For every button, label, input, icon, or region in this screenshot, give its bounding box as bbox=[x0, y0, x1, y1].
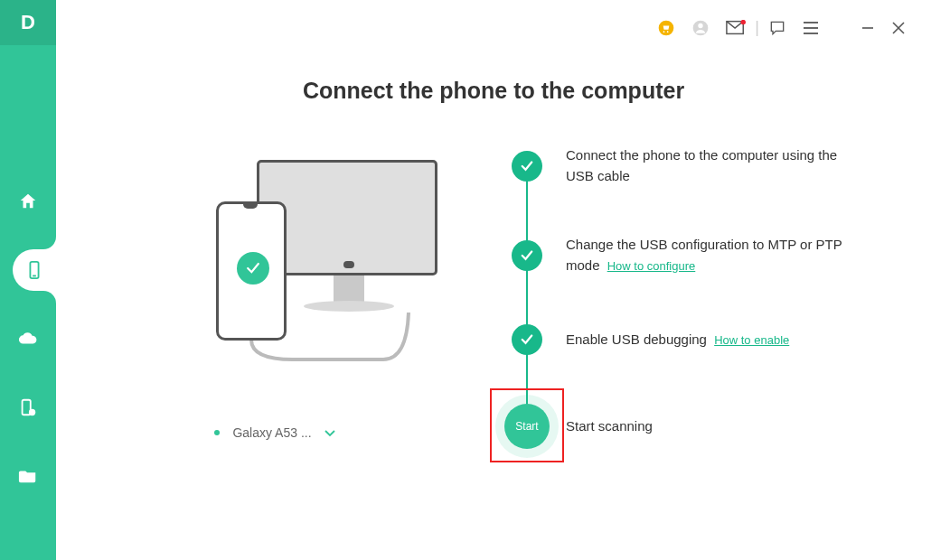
feedback-button[interactable] bbox=[768, 19, 786, 37]
sidebar-item-home[interactable] bbox=[0, 181, 56, 222]
step-text: Enable USB debugging How to enable bbox=[566, 330, 789, 350]
svg-point-6 bbox=[699, 23, 703, 27]
step-2: Change the USB configuration to MTP or P… bbox=[512, 235, 931, 275]
cart-button[interactable] bbox=[657, 19, 675, 37]
sidebar: D bbox=[0, 0, 56, 560]
check-icon bbox=[512, 151, 542, 182]
step-connector-line bbox=[526, 171, 528, 424]
minimize-button[interactable] bbox=[860, 21, 875, 35]
chat-icon bbox=[768, 19, 786, 37]
check-icon bbox=[512, 240, 542, 271]
home-icon bbox=[18, 191, 38, 211]
device-transfer-icon bbox=[18, 397, 38, 417]
user-button[interactable] bbox=[691, 19, 710, 37]
start-scanning-label: Start scanning bbox=[566, 416, 653, 437]
phone-connected-check-icon bbox=[237, 252, 269, 285]
mail-button[interactable] bbox=[726, 20, 746, 36]
enable-link[interactable]: How to enable bbox=[714, 333, 789, 347]
status-dot-icon bbox=[214, 430, 220, 435]
check-icon bbox=[512, 324, 542, 355]
user-icon bbox=[691, 19, 710, 37]
connection-illustration: Galaxy A53 ... bbox=[56, 145, 494, 449]
configure-link[interactable]: How to configure bbox=[607, 259, 696, 273]
hamburger-icon bbox=[803, 21, 819, 35]
start-button[interactable]: Start bbox=[504, 404, 550, 449]
step-text: Connect the phone to the computer using … bbox=[566, 145, 855, 186]
step-3: Enable USB debugging How to enable bbox=[512, 324, 931, 355]
close-button[interactable] bbox=[891, 21, 906, 35]
titlebar-divider: | bbox=[755, 18, 759, 37]
app-logo: D bbox=[0, 0, 56, 45]
step-text: Change the USB configuration to MTP or P… bbox=[566, 235, 855, 275]
menu-button[interactable] bbox=[803, 21, 819, 35]
minimize-icon bbox=[860, 21, 875, 35]
logo-letter: D bbox=[21, 11, 35, 34]
step-1: Connect the phone to the computer using … bbox=[512, 145, 931, 186]
cart-icon bbox=[657, 19, 675, 37]
sidebar-item-device-backup[interactable] bbox=[0, 387, 56, 428]
folder-icon bbox=[18, 466, 38, 486]
titlebar: | bbox=[657, 18, 906, 37]
svg-point-3 bbox=[29, 409, 35, 415]
device-selector[interactable]: Galaxy A53 ... bbox=[205, 424, 343, 442]
svg-point-8 bbox=[741, 20, 747, 24]
sidebar-item-phone[interactable] bbox=[13, 249, 56, 291]
main-content: | Connect the phone to the computer bbox=[56, 0, 931, 560]
chevron-down-icon bbox=[324, 425, 335, 440]
page-title: Connect the phone to the computer bbox=[56, 78, 931, 104]
cloud-icon bbox=[18, 329, 38, 349]
sidebar-item-cloud[interactable] bbox=[0, 318, 56, 359]
phone-icon bbox=[24, 260, 44, 280]
device-name: Galaxy A53 ... bbox=[232, 425, 311, 440]
mail-icon bbox=[726, 20, 746, 36]
step-start: Start Start scanning bbox=[504, 404, 931, 449]
steps-panel: Connect the phone to the computer using … bbox=[494, 145, 931, 449]
sidebar-item-folder[interactable] bbox=[0, 455, 56, 497]
close-icon bbox=[891, 21, 906, 35]
